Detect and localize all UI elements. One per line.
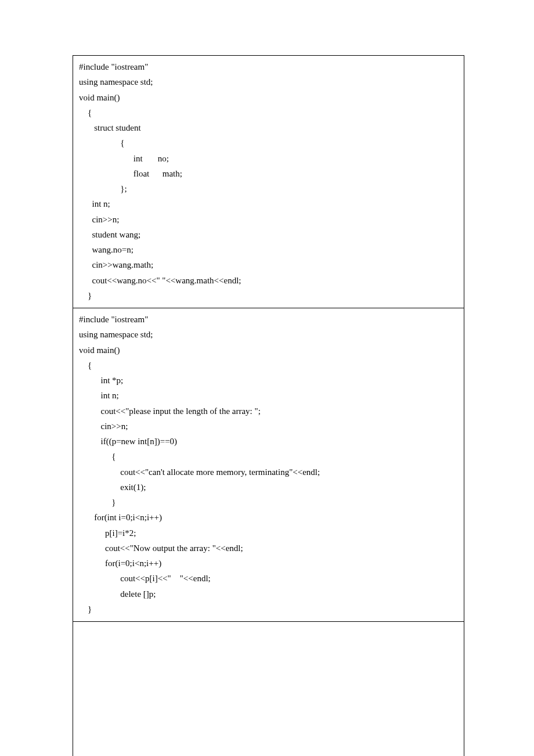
code-block-1: #include "iostream" using namespace std;…	[79, 59, 458, 303]
code-cell-3-empty	[73, 622, 464, 757]
code-table: #include "iostream" using namespace std;…	[73, 55, 464, 756]
code-cell-1: #include "iostream" using namespace std;…	[73, 56, 464, 308]
code-block-2: #include "iostream" using namespace std;…	[79, 312, 458, 617]
document-page: #include "iostream" using namespace std;…	[0, 0, 534, 756]
code-cell-2: #include "iostream" using namespace std;…	[73, 308, 464, 622]
